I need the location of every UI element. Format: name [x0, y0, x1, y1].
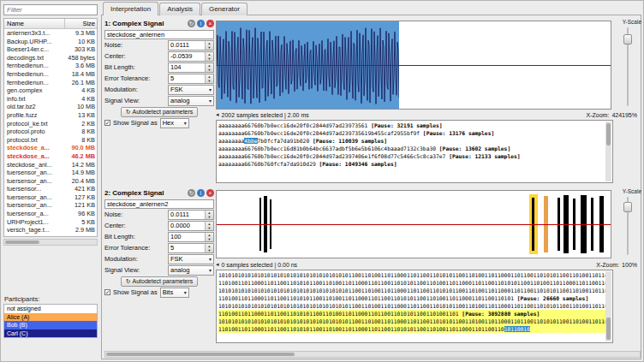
signal1-noise-spinbox[interactable]: 0.0111 ▴▾ [168, 40, 214, 50]
signal1-autodetect-button[interactable]: ↻ Autodetect parameters [121, 107, 199, 117]
signal2-message-area[interactable]: 1010101010101010101010101010101010101010… [216, 270, 613, 343]
signal1-info-icon[interactable]: i [197, 20, 205, 27]
message-line[interactable]: 1101001101100011011001101010110011010011… [218, 325, 611, 333]
signal2-yscale-slider[interactable] [623, 197, 632, 255]
file-list-scrollbar-thumb[interactable] [5, 240, 39, 244]
message-line[interactable]: 1010101010101010101010101010101010101010… [218, 302, 611, 310]
message-line[interactable]: 1101001101100011011001101010110011010011… [218, 310, 611, 317]
file-row[interactable]: profile.fuzz 13 KB [4, 111, 97, 120]
file-row[interactable]: old.tar.bz2 10 MB [4, 103, 97, 111]
file-row[interactable]: protocol.proto 8 KB [4, 128, 97, 136]
message-line[interactable]: 1010101010101010101010101010101010101010… [218, 287, 611, 294]
column-header-name[interactable]: Name [4, 19, 65, 28]
participant-row[interactable]: Carl (C) [4, 329, 97, 338]
participant-row[interactable]: Bob (B) [4, 321, 97, 329]
signal1-close-icon[interactable]: × [206, 20, 214, 27]
message-line[interactable]: aaaaaaaa66760b7b0ecc16de20f0c2844d97ad23… [218, 122, 611, 129]
scrollbar-thumb[interactable] [606, 317, 611, 340]
spin-arrows-icon[interactable]: ▴▾ [205, 63, 213, 72]
slider-handle[interactable] [623, 34, 632, 45]
file-row[interactable]: Backup.URHP... 10 KB [4, 38, 97, 46]
message-line[interactable]: aaaaaaaa4bbe7b0fcfa7da91b020 [Pause: 110… [218, 137, 611, 145]
signal1-show-as-select[interactable]: Hex ▾ [160, 118, 189, 128]
message-line[interactable]: aaaaaaaa66760b7b0ecc16de20f0c2844d97ad23… [218, 152, 611, 160]
file-row[interactable]: tuersensor_an... 20.4 MB [4, 177, 97, 186]
signal2-show-as-select[interactable]: Bits ▾ [160, 288, 189, 298]
signal1-xzoom-value[interactable]: 424195% [611, 112, 637, 118]
file-row[interactable]: Boeser14er.c... 303 KB [4, 45, 97, 54]
signal2-xzoom-value[interactable]: 100% [622, 262, 637, 268]
collapse-left-icon[interactable]: ◂ [216, 111, 219, 118]
message-line[interactable]: 1010101010101010101010101010101010101010… [218, 271, 611, 279]
file-row[interactable]: steckdose_a... 90.0 MB [4, 144, 97, 152]
file-row[interactable]: tuersensor... 421 KB [4, 185, 97, 193]
signal1-view-select[interactable]: analog ▾ [168, 96, 214, 106]
file-row[interactable]: steckdose_anl... 14.2 MB [4, 161, 97, 169]
file-row[interactable]: fernbedienun... 18.4 MB [4, 70, 97, 79]
message-line[interactable]: aaaaaaaa66760b7b0ecc16d81b0b64bc6637adbf… [218, 145, 611, 152]
signal2-plot[interactable] [216, 190, 611, 258]
signal2-info-icon[interactable]: i [197, 189, 205, 197]
file-row[interactable]: decodings.txt 458 bytes [4, 54, 97, 62]
signal2-message-scrollbar[interactable] [605, 271, 611, 341]
signal1-filename-input[interactable]: steckdose_anlernen [104, 30, 214, 39]
signal2-filename-input[interactable]: steckdose_anlernen2 [104, 199, 214, 209]
spin-arrows-icon[interactable]: ▴▾ [205, 211, 213, 219]
message-line[interactable]: 1010101010101010101010101010101010101010… [218, 317, 611, 325]
signal2-tolerance-spinbox[interactable]: 5 ▴▾ [168, 243, 214, 253]
message-line[interactable]: 1101001101100011011001101010110011010011… [218, 294, 611, 302]
tab[interactable]: Generator [201, 3, 247, 15]
message-line[interactable]: aaaaaaaa66760b760fcfa7da910d29 [Pause: 1… [218, 160, 611, 168]
file-row[interactable]: tuersensor_a... 96 KB [4, 210, 97, 218]
signal2-modulation-select[interactable]: FSK ▾ [168, 254, 214, 264]
file-row[interactable]: steckdose_a... 46.2 MB [4, 152, 97, 161]
slider-handle[interactable] [623, 202, 632, 212]
file-list-scrollbar[interactable] [3, 239, 98, 246]
signal2-view-select[interactable]: analog ▾ [168, 265, 214, 276]
collapse-left-icon[interactable]: ◂ [216, 261, 219, 268]
scrollbar-thumb[interactable] [106, 353, 295, 356]
file-row[interactable]: gen.complex 4 KB [4, 86, 97, 95]
file-row[interactable]: versch_tage.t... 2.9 MB [4, 226, 97, 234]
signal1-center-spinbox[interactable]: -0.0539 ▴▾ [168, 51, 214, 62]
spin-arrows-icon[interactable]: ▴▾ [205, 74, 213, 83]
signal1-bitlength-spinbox[interactable]: 104 ▴▾ [168, 62, 214, 73]
signal1-plot[interactable] [216, 21, 611, 110]
file-row[interactable]: protocol_ke.txt 2 KB [4, 120, 97, 128]
file-row[interactable]: URHProject1... 5 KB [4, 218, 97, 227]
signal1-message-scrollbar[interactable] [605, 122, 611, 181]
spin-arrows-icon[interactable]: ▴▾ [205, 244, 213, 252]
tab[interactable]: Analysis [159, 3, 200, 15]
tab[interactable]: Interpretation [103, 2, 158, 15]
signal2-bitlength-spinbox[interactable]: 100 ▴▾ [168, 232, 214, 242]
spin-arrows-icon[interactable]: ▴▾ [205, 52, 213, 61]
column-header-size[interactable]: Size [65, 19, 97, 28]
scrollbar-thumb[interactable] [606, 123, 611, 145]
participant-row[interactable]: not assigned [4, 305, 97, 313]
signal1-message-area[interactable]: aaaaaaaa66760b7b0ecc16de20f0c2844d97ad23… [216, 120, 613, 183]
spin-arrows-icon[interactable]: ▴▾ [205, 222, 213, 230]
signal2-autodetect-button[interactable]: ↻ Autodetect parameters [121, 276, 199, 287]
signal1-yscale-slider[interactable] [623, 27, 632, 106]
signal2-refresh-icon[interactable]: ↻ [188, 189, 195, 197]
file-row[interactable]: anlernen3x3.t... 9.3 MB [4, 29, 97, 38]
filter-input[interactable] [3, 4, 98, 15]
file-row[interactable]: info.txt 4 KB [4, 95, 97, 104]
spin-arrows-icon[interactable]: ▴▾ [205, 41, 213, 50]
signal1-refresh-icon[interactable]: ↻ [188, 20, 195, 27]
main-horizontal-scrollbar[interactable] [104, 351, 641, 358]
file-row[interactable]: fernbedienun... 26.1 MB [4, 79, 97, 87]
participant-row[interactable]: Alice (A) [4, 313, 97, 322]
file-row[interactable]: tuersensor_an... 14.9 MB [4, 169, 97, 177]
file-row[interactable]: tuersensor_an... 121 KB [4, 201, 97, 210]
signal2-center-spinbox[interactable]: 0.0000 ▴▾ [168, 221, 214, 231]
signal2-show-as-checkbox[interactable]: ✓ [104, 289, 110, 295]
signal2-noise-spinbox[interactable]: 0.0111 ▴▾ [168, 210, 214, 220]
signal1-modulation-select[interactable]: FSK ▾ [168, 85, 214, 95]
message-line[interactable]: 1101001101100011011001101010110011010011… [218, 279, 611, 287]
spin-arrows-icon[interactable]: ▴▾ [205, 233, 213, 241]
message-line[interactable]: aaaaaaaa66760b7b0ecc16de20f0c2844d97ad23… [218, 129, 611, 137]
file-row[interactable]: protocol.txt 8 KB [4, 136, 97, 145]
file-row[interactable]: fernbedienun... 3.6 MB [4, 62, 97, 70]
signal2-close-icon[interactable]: × [206, 189, 214, 197]
